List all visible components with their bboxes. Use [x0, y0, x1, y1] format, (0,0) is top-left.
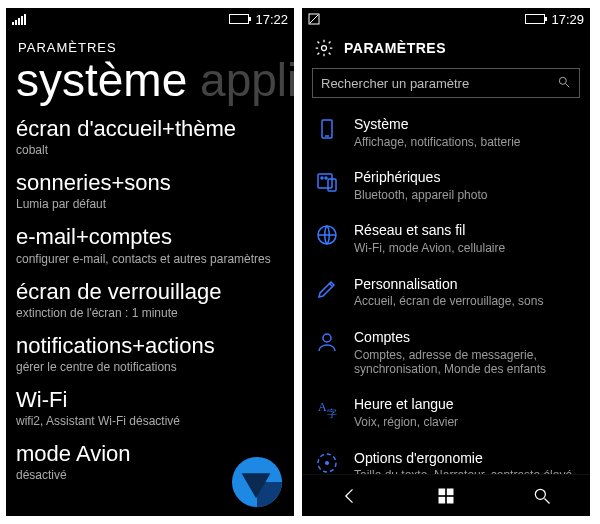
status-bar: 17:22	[6, 8, 294, 30]
item-title: Réseau et sans fil	[354, 222, 505, 239]
phone-wp8: 17:22 PARAMÈTRES système applic écran d'…	[6, 8, 294, 516]
pivot-header[interactable]: système applic	[16, 57, 284, 103]
back-button[interactable]	[302, 475, 398, 516]
pivot-active[interactable]: système	[16, 54, 187, 106]
item-title: Options d'ergonomie	[354, 450, 572, 467]
item-subtitle: Affichage, notifications, batterie	[354, 135, 521, 149]
item-subtitle: Lumia par défaut	[16, 197, 284, 211]
svg-line-23	[545, 498, 550, 503]
svg-point-3	[322, 46, 327, 51]
settings-item-start-theme[interactable]: écran d'accueil+thème cobalt	[16, 117, 284, 157]
svg-line-5	[566, 83, 570, 87]
svg-rect-21	[447, 496, 454, 503]
item-subtitle: wifi2, Assistant Wi-Fi désactivé	[16, 414, 284, 428]
svg-point-17	[325, 461, 329, 465]
ease-of-access-icon	[314, 450, 340, 474]
signal-icon	[12, 13, 26, 25]
settings-item-system[interactable]: Système Affichage, notifications, batter…	[312, 106, 580, 159]
svg-text:A: A	[318, 400, 327, 414]
start-button[interactable]	[398, 475, 494, 516]
settings-item-email-accounts[interactable]: e-mail+comptes configurer e-mail, contac…	[16, 225, 284, 265]
item-subtitle: Voix, région, clavier	[354, 415, 458, 429]
nav-bar	[302, 474, 590, 516]
settings-item-notifications[interactable]: notifications+actions gérer le centre de…	[16, 334, 284, 374]
item-subtitle: cobalt	[16, 143, 284, 157]
settings-item-ease-of-access[interactable]: Options d'ergonomie Taille du texte, Nar…	[312, 440, 580, 474]
item-subtitle: configurer e-mail, contacts et autres pa…	[16, 252, 284, 266]
svg-line-2	[310, 15, 318, 23]
svg-point-13	[323, 334, 331, 342]
settings-header: PARAMÈTRES	[302, 30, 590, 64]
time-language-icon: A字	[314, 396, 340, 422]
search-input[interactable]: Rechercher un paramètre	[312, 68, 580, 98]
settings-pane: PARAMÈTRES système applic écran d'accuei…	[6, 30, 294, 516]
app-title: PARAMÈTRES	[18, 40, 284, 55]
svg-point-22	[535, 489, 545, 499]
globe-icon	[314, 222, 340, 248]
settings-item-wifi[interactable]: Wi-Fi wifi2, Assistant Wi-Fi désactivé	[16, 388, 284, 428]
svg-point-10	[321, 177, 323, 179]
gear-icon	[314, 38, 334, 58]
pivot-inactive[interactable]: applic	[200, 54, 294, 106]
status-time: 17:22	[255, 12, 288, 27]
search-placeholder: Rechercher un paramètre	[321, 76, 557, 91]
item-title: écran de verrouillage	[16, 280, 284, 304]
settings-item-time-language[interactable]: A字 Heure et langue Voix, région, clavier	[312, 386, 580, 439]
item-title: e-mail+comptes	[16, 225, 284, 249]
page-title: PARAMÈTRES	[344, 40, 446, 56]
item-title: Système	[354, 116, 521, 133]
item-subtitle: Bluetooth, appareil photo	[354, 188, 487, 202]
svg-point-11	[325, 177, 327, 179]
search-icon	[557, 75, 571, 92]
item-title: Périphériques	[354, 169, 487, 186]
status-time: 17:29	[551, 12, 584, 27]
person-icon	[314, 329, 340, 355]
svg-text:字: 字	[327, 408, 337, 419]
svg-rect-19	[447, 488, 454, 495]
item-title: écran d'accueil+thème	[16, 117, 284, 141]
svg-rect-18	[439, 488, 446, 495]
svg-rect-20	[439, 496, 446, 503]
search-button[interactable]	[494, 475, 590, 516]
item-subtitle: Wi-Fi, mode Avion, cellulaire	[354, 241, 505, 255]
settings-item-devices[interactable]: Périphériques Bluetooth, appareil photo	[312, 159, 580, 212]
svg-rect-8	[318, 174, 332, 188]
item-title: Heure et langue	[354, 396, 458, 413]
item-subtitle: Comptes, adresse de messagerie, synchron…	[354, 348, 580, 377]
item-subtitle: extinction de l'écran : 1 minute	[16, 306, 284, 320]
item-title: Wi-Fi	[16, 388, 284, 412]
cellular-off-icon	[308, 13, 320, 25]
system-icon	[314, 116, 340, 142]
battery-icon	[229, 14, 249, 24]
settings-item-lock-screen[interactable]: écran de verrouillage extinction de l'éc…	[16, 280, 284, 320]
item-title: sonneries+sons	[16, 171, 284, 195]
pen-icon	[314, 276, 340, 302]
item-subtitle: Accueil, écran de verrouillage, sons	[354, 294, 543, 308]
settings-item-network[interactable]: Réseau et sans fil Wi-Fi, mode Avion, ce…	[312, 212, 580, 265]
watermark-badge	[228, 456, 286, 508]
item-title: notifications+actions	[16, 334, 284, 358]
settings-item-personalization[interactable]: Personnalisation Accueil, écran de verro…	[312, 266, 580, 319]
item-title: Comptes	[354, 329, 580, 346]
battery-icon	[525, 14, 545, 24]
item-title: Personnalisation	[354, 276, 543, 293]
svg-point-4	[559, 77, 566, 84]
settings-item-ringtones[interactable]: sonneries+sons Lumia par défaut	[16, 171, 284, 211]
item-subtitle: gérer le centre de notifications	[16, 360, 284, 374]
status-bar: 17:29	[302, 8, 590, 30]
phone-w10m: 17:29 PARAMÈTRES Rechercher un paramètre…	[302, 8, 590, 516]
devices-icon	[314, 169, 340, 195]
settings-list: Système Affichage, notifications, batter…	[302, 106, 590, 474]
settings-item-accounts[interactable]: Comptes Comptes, adresse de messagerie, …	[312, 319, 580, 387]
